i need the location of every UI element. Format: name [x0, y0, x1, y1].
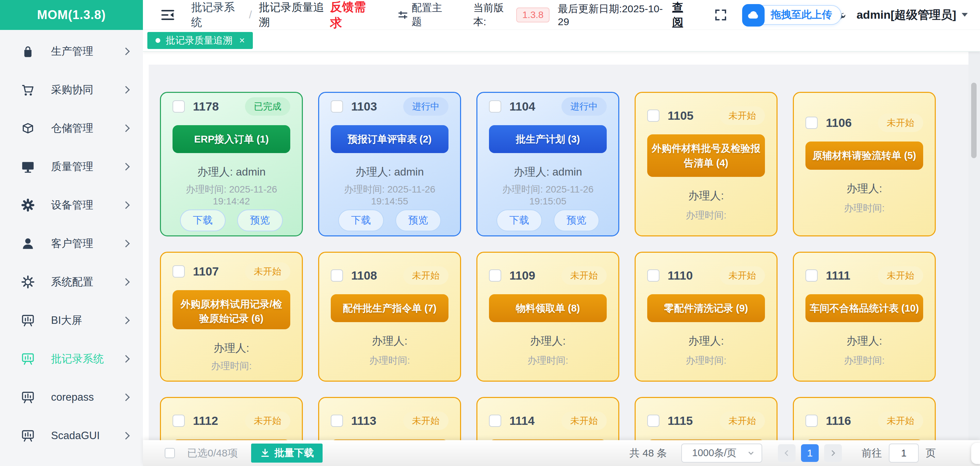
status-badge: 未开始 — [878, 114, 923, 132]
last-updated-text: 最后更新日期:2025-10-29 — [558, 2, 667, 27]
sidebar-item-3[interactable]: 仓储管理 — [0, 109, 143, 147]
card-title-bar[interactable]: 外购原材料试用记录/检验原始记录 (6) — [172, 290, 290, 329]
download-button[interactable]: 下载 — [180, 210, 226, 231]
sidebar-item-9[interactable]: 批记录系统 — [0, 339, 143, 378]
card-title-bar[interactable]: 预报订单评审表 (2) — [331, 125, 449, 153]
goto-page-input[interactable] — [889, 444, 919, 463]
breadcrumb-item-current: 批记录质量追溯 — [259, 0, 330, 30]
feedback-link[interactable]: 反馈需求 — [330, 0, 375, 31]
card-checkbox[interactable] — [489, 269, 501, 282]
card-checkbox[interactable] — [172, 100, 185, 113]
card-id: 1114 — [509, 414, 535, 428]
drag-upload-button[interactable]: 拖拽至此上传 — [743, 5, 842, 25]
theme-config-button[interactable]: 配置主题 — [398, 1, 450, 29]
cart-icon — [21, 83, 35, 97]
card-title-bar[interactable]: 车间不合格品统计表 (10) — [805, 294, 923, 322]
download-button[interactable]: 下载 — [338, 210, 384, 231]
record-card-1103: 1103进行中预报订单评审表 (2)办理人: admin办理时间: 2025-1… — [318, 92, 461, 236]
menu-fold-icon[interactable] — [161, 8, 175, 22]
card-title-bar[interactable]: 配件批生产指令单 (7) — [331, 294, 449, 322]
card-checkbox[interactable] — [489, 100, 501, 113]
tab-close-icon[interactable]: × — [239, 36, 245, 45]
card-title-bar[interactable]: 零配件清洗记录 (9) — [647, 294, 765, 322]
card-handler: 办理人: admin — [489, 165, 607, 178]
card-title-bar[interactable]: 外购件材料批号及检验报告清单 (4) — [647, 134, 765, 177]
select-all-checkbox[interactable] — [165, 448, 175, 458]
card-title-bar[interactable]: 物料领取单 (8) — [489, 294, 607, 322]
card-checkbox[interactable] — [647, 110, 659, 122]
sidebar-item-8[interactable]: BI大屏 — [0, 301, 143, 339]
page-number-active[interactable]: 1 — [801, 444, 819, 462]
chevron-down-icon — [962, 13, 968, 17]
card-handle-time: 办理时间: — [489, 354, 607, 367]
card-handle-time: 办理时间: 2025-11-26 19:15:05 — [489, 183, 607, 194]
sidebar-item-6[interactable]: 客户管理 — [0, 224, 143, 262]
record-card-1107: 1107未开始外购原材料试用记录/检验原始记录 (6)办理人:办理时间: — [160, 252, 303, 382]
card-checkbox[interactable] — [331, 100, 343, 113]
floating-handle[interactable] — [971, 443, 980, 464]
card-checkbox[interactable] — [805, 269, 818, 282]
card-id: 1115 — [668, 414, 693, 428]
user-menu[interactable]: admin[超级管理员] — [856, 7, 968, 23]
card-checkbox[interactable] — [331, 415, 343, 427]
sidebar-item-label: 批记录系统 — [51, 352, 104, 366]
card-checkbox[interactable] — [331, 269, 343, 282]
chevron-right-icon — [122, 124, 130, 132]
card-title-bar[interactable]: 原辅材料请验流转单 (5) — [805, 142, 923, 169]
batch-download-button[interactable]: 批量下载 — [251, 444, 323, 463]
tab-batch-record-trace[interactable]: 批记录质量追溯 × — [147, 32, 253, 49]
next-page-button[interactable] — [824, 444, 842, 462]
card-id: 1110 — [668, 269, 693, 282]
card-checkbox[interactable] — [805, 415, 818, 427]
chevron-right-icon — [122, 278, 130, 286]
preview-button[interactable]: 预览 — [554, 210, 599, 231]
card-title-bar[interactable]: 批生产计划 (3) — [489, 125, 607, 153]
fullscreen-icon[interactable] — [714, 8, 728, 22]
card-checkbox[interactable] — [172, 415, 185, 427]
card-handle-time: 办理时间: 2025-11-26 19:14:42 — [172, 183, 290, 194]
card-id: 1107 — [193, 265, 219, 278]
review-link[interactable]: 查阅 — [672, 0, 692, 30]
status-badge: 未开始 — [878, 412, 923, 430]
card-id: 1108 — [351, 269, 377, 282]
status-badge: 未开始 — [720, 107, 765, 125]
chevron-right-icon — [122, 162, 130, 170]
breadcrumb: 批记录系统 / 批记录质量追溯 — [191, 0, 330, 30]
scrollbar-track[interactable] — [969, 52, 980, 466]
sidebar-item-label: 系统配置 — [51, 275, 93, 289]
sidebar-item-10[interactable]: corepass — [0, 378, 143, 416]
scrollbar-thumb[interactable] — [970, 82, 978, 159]
sidebar-item-label: BI大屏 — [51, 313, 82, 328]
sidebar-item-2[interactable]: 采购协同 — [0, 70, 143, 109]
download-button[interactable]: 下载 — [496, 210, 542, 231]
preview-button[interactable]: 预览 — [395, 210, 441, 231]
card-handler: 办理人: admin — [331, 165, 449, 178]
card-checkbox[interactable] — [647, 269, 659, 282]
user-name: admin[超级管理员] — [856, 7, 956, 23]
card-checkbox[interactable] — [805, 117, 818, 129]
preview-button[interactable]: 预览 — [237, 210, 283, 231]
prev-page-button[interactable] — [778, 444, 795, 462]
card-title-bar[interactable]: ERP接入订单 (1) — [172, 125, 290, 153]
card-handler: 办理人: — [647, 188, 765, 204]
sidebar-item-1[interactable]: 生产管理 — [0, 32, 143, 70]
sidebar-item-11[interactable]: ScadaGUI — [0, 416, 143, 455]
sidebar-item-label: corepass — [51, 391, 94, 403]
board-icon — [21, 429, 35, 443]
card-checkbox[interactable] — [489, 415, 501, 427]
card-grid: 1178已完成ERP接入订单 (1)办理人: admin办理时间: 2025-1… — [160, 92, 969, 466]
sidebar-item-5[interactable]: 设备管理 — [0, 186, 143, 224]
gear-outline-icon — [21, 275, 35, 289]
board-icon — [21, 390, 35, 404]
status-badge: 进行中 — [562, 97, 607, 116]
breadcrumb-item[interactable]: 批记录系统 — [191, 0, 242, 30]
sidebar-item-label: 采购协同 — [51, 83, 93, 97]
bottom-bar: 已选0/48项 批量下载 共 48 条 1000条/页 1 前往 页 — [143, 440, 980, 466]
card-id: 1116 — [826, 414, 851, 428]
page-size-select[interactable]: 1000条/页 — [681, 444, 762, 463]
card-checkbox[interactable] — [647, 415, 659, 427]
card-checkbox[interactable] — [172, 265, 185, 278]
chevron-right-icon — [122, 355, 130, 363]
sidebar-item-4[interactable]: 质量管理 — [0, 147, 143, 186]
sidebar-item-7[interactable]: 系统配置 — [0, 262, 143, 301]
